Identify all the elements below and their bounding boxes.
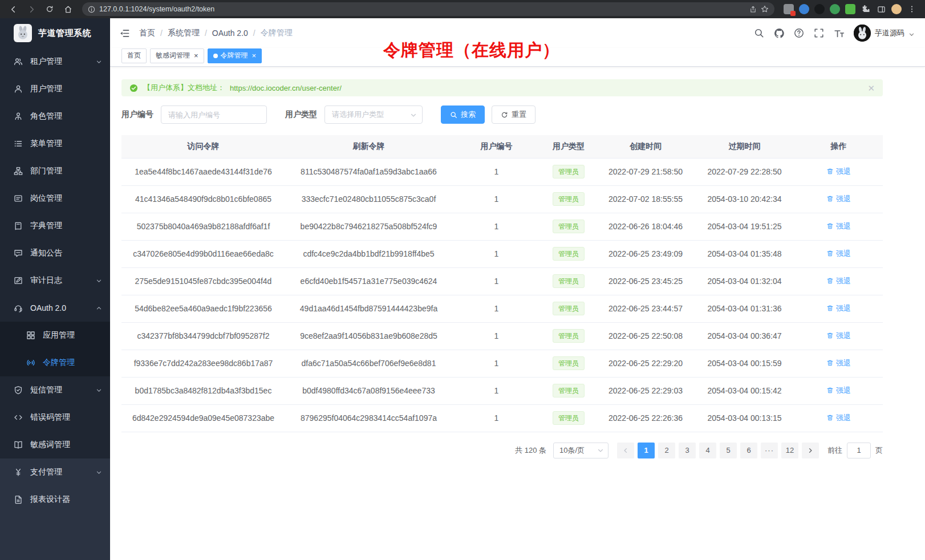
app-logo[interactable]: 芋道管理系统 (0, 18, 110, 48)
page-ellipsis[interactable]: ··· (761, 443, 778, 458)
sidebar-item-sensitive-word[interactable]: 敏感词管理 (0, 431, 110, 458)
sidebar-item-error-code[interactable]: 错误码管理 (0, 404, 110, 431)
force-logout-button[interactable]: 强退 (826, 167, 851, 177)
sidebar-item-oauth2[interactable]: OAuth 2.0 (0, 294, 110, 322)
sidebar-item-label: 岗位管理 (30, 193, 62, 204)
action-cell: 强退 (794, 377, 883, 404)
extension-icon[interactable] (799, 4, 809, 14)
alert-close-icon[interactable]: ✕ (867, 84, 875, 92)
sidebar-item-report[interactable]: 报表设计器 (0, 486, 110, 513)
sidebar-item-label: 用户管理 (30, 84, 62, 94)
search-button-label: 搜索 (461, 109, 476, 120)
sidebar-fold-icon[interactable] (119, 28, 130, 39)
browser-menu-icon[interactable] (907, 4, 917, 14)
browser-forward-button[interactable] (24, 2, 39, 17)
sidebar-item-notice[interactable]: 通知公告 (0, 240, 110, 267)
edit-icon (14, 276, 23, 285)
search-icon[interactable] (754, 28, 764, 38)
user-id-cell: 1 (452, 295, 541, 322)
font-size-icon[interactable] (834, 28, 844, 38)
page-button-12[interactable]: 12 (781, 443, 798, 458)
force-logout-button[interactable]: 强退 (826, 385, 851, 396)
page-button-2[interactable]: 2 (658, 443, 675, 458)
tab-首页[interactable]: 首页 (121, 48, 147, 63)
shield-icon (14, 385, 23, 395)
page-button-3[interactable]: 3 (679, 443, 696, 458)
share-icon[interactable] (749, 6, 757, 13)
search-button[interactable]: 搜索 (441, 105, 485, 124)
sidebar-item-dict[interactable]: 字典管理 (0, 212, 110, 240)
user-type-cell: 管理员 (541, 158, 597, 185)
sidebar-item-menu[interactable]: 菜单管理 (0, 130, 110, 157)
page-button-4[interactable]: 4 (699, 443, 716, 458)
column-header: 用户编号 (452, 135, 541, 158)
sidebar-item-post[interactable]: 岗位管理 (0, 185, 110, 212)
breadcrumb-separator: / (205, 29, 207, 38)
prev-page-button[interactable] (617, 443, 634, 458)
force-logout-button[interactable]: 强退 (826, 413, 851, 423)
sidebar-item-label: 部门管理 (30, 166, 62, 176)
page-button-1[interactable]: 1 (638, 443, 655, 458)
force-logout-button[interactable]: 强退 (826, 276, 851, 286)
column-header: 过期时间 (695, 135, 794, 158)
user-id-input[interactable] (161, 105, 267, 124)
page-button-5[interactable]: 5 (720, 443, 737, 458)
tab-敏感词管理[interactable]: 敏感词管理× (150, 48, 204, 63)
github-icon[interactable] (774, 28, 784, 38)
bookmark-star-icon[interactable] (761, 5, 769, 13)
force-logout-button[interactable]: 强退 (826, 221, 851, 232)
sidebar-item-tenant[interactable]: 租户管理 (0, 48, 110, 75)
sidebar-item-role[interactable]: 角色管理 (0, 103, 110, 130)
browser-profile-avatar[interactable] (891, 4, 902, 14)
page-button-6[interactable]: 6 (740, 443, 757, 458)
sidebar-item-label: 字典管理 (30, 221, 62, 231)
access-token-cell: 1ea5e44f8bc1467aaede43144f31de76 (121, 158, 285, 185)
user-type-select[interactable]: 请选择用户类型 (324, 105, 423, 124)
url-text[interactable]: 127.0.0.1:1024/system/oauth2/token (99, 5, 745, 13)
side-panel-icon[interactable] (876, 4, 886, 14)
extension-icon[interactable] (830, 4, 840, 14)
sidebar-item-oauth2-app[interactable]: 应用管理 (0, 322, 110, 349)
code-icon (14, 413, 23, 422)
user-id-cell: 1 (452, 322, 541, 350)
sidebar-item-user[interactable]: 用户管理 (0, 75, 110, 103)
extension-icon[interactable] (784, 4, 794, 14)
tab-close-icon[interactable]: × (194, 52, 198, 59)
extension-icon[interactable] (845, 4, 855, 14)
browser-reload-button[interactable] (42, 2, 57, 17)
table-row: 502375b8040a469a9b82188afdf6af1fbe90422b… (121, 213, 883, 240)
fullscreen-icon[interactable] (814, 28, 824, 38)
next-page-button[interactable] (802, 443, 819, 458)
sidebar-item-audit-log[interactable]: 审计日志 (0, 267, 110, 294)
force-logout-button[interactable]: 强退 (826, 303, 851, 314)
help-icon[interactable] (794, 28, 804, 38)
sidebar-item-sms[interactable]: 短信管理 (0, 376, 110, 404)
force-logout-button[interactable]: 强退 (826, 331, 851, 341)
sidebar-item-pay[interactable]: 支付管理 (0, 458, 110, 486)
breadcrumb-item[interactable]: 首页 (139, 28, 155, 38)
extension-icon[interactable] (814, 4, 825, 14)
reset-button[interactable]: 重置 (492, 105, 535, 124)
chevron-down-icon (96, 387, 102, 393)
sidebar-item-oauth2-token[interactable]: 令牌管理 (0, 349, 110, 376)
sidebar-item-dept[interactable]: 部门管理 (0, 157, 110, 185)
breadcrumb-item[interactable]: 系统管理 (168, 28, 200, 38)
tab-令牌管理[interactable]: 令牌管理× (208, 48, 262, 63)
page-buttons: 123456···12 (636, 443, 800, 458)
breadcrumb-item[interactable]: OAuth 2.0 (212, 29, 248, 38)
tab-close-icon[interactable]: × (252, 52, 257, 59)
force-logout-button[interactable]: 强退 (826, 358, 851, 368)
page-size-select[interactable]: 10条/页 (553, 443, 608, 458)
puzzle-extensions-icon[interactable] (861, 4, 871, 14)
force-logout-label: 强退 (836, 413, 851, 423)
force-logout-button[interactable]: 强退 (826, 194, 851, 204)
browser-home-button[interactable] (60, 2, 75, 17)
address-bar[interactable]: 127.0.0.1:1024/system/oauth2/token (82, 2, 774, 16)
user-menu[interactable]: 芋道源码 (854, 25, 915, 42)
browser-back-button[interactable] (6, 2, 21, 17)
card-icon (14, 194, 23, 203)
force-logout-button[interactable]: 强退 (826, 249, 851, 259)
goto-page-input[interactable] (847, 443, 871, 458)
site-info-icon[interactable] (88, 6, 95, 13)
doc-link[interactable]: https://doc.iocoder.cn/user-center/ (230, 84, 342, 92)
